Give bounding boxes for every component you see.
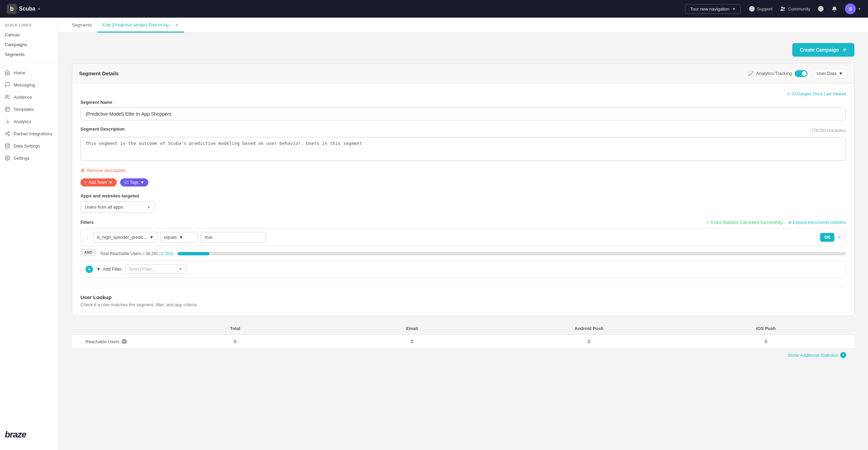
filter-value-input[interactable] bbox=[200, 232, 266, 242]
add-team-button[interactable]: + Add Team ▼ bbox=[80, 178, 117, 187]
content-area: Create Campaign ▼ Segment Details 📈 Anal… bbox=[58, 33, 868, 450]
filters-label: Filters bbox=[80, 220, 94, 225]
user-avatar-area[interactable]: S ▼ bbox=[845, 3, 861, 14]
sidebar-item-label: Templates bbox=[14, 107, 34, 112]
reachable-info-icon[interactable]: i bbox=[122, 339, 127, 344]
filter-operator-value: equals bbox=[164, 235, 177, 240]
and-badge: AND bbox=[80, 249, 96, 256]
delete-filter-icon[interactable]: ✕ bbox=[837, 234, 842, 240]
sidebar: QUICK LINKS Canvas Campaigns Segments Ho… bbox=[0, 18, 58, 450]
filters-header: Filters ✓ Exact Statistics Calculated Su… bbox=[80, 220, 846, 225]
main-content: Segments Edit (Predictive Model) Elite I… bbox=[58, 18, 868, 450]
globe-icon bbox=[818, 6, 824, 12]
sidebar-item-label: Data Settings bbox=[14, 143, 40, 149]
support-label: Support bbox=[757, 6, 773, 12]
chevron-down-icon: ▼ bbox=[732, 7, 736, 11]
sidebar-item-home[interactable]: Home bbox=[0, 66, 58, 79]
avatar-chevron-icon: ▼ bbox=[858, 7, 861, 11]
drag-handle-icon[interactable]: ⋮ bbox=[85, 234, 90, 240]
svg-point-14 bbox=[8, 131, 10, 133]
sidebar-item-label: Messaging bbox=[14, 82, 35, 87]
audience-icon bbox=[5, 94, 10, 100]
segment-details-card: Segment Details 📈 Analytics Tracking Use… bbox=[72, 63, 854, 316]
support-link[interactable]: Support bbox=[749, 6, 773, 12]
support-icon bbox=[749, 6, 755, 12]
segment-desc-label: Segment Description bbox=[80, 126, 125, 132]
brand-logo-area[interactable]: b Scuba ▼ bbox=[7, 4, 41, 14]
language-selector[interactable] bbox=[818, 6, 824, 12]
add-filter-text: Add Filter bbox=[103, 267, 122, 272]
stats-col-ios: iOS Push bbox=[678, 326, 854, 331]
or-button[interactable]: OR bbox=[820, 233, 834, 242]
reachable-users-progress bbox=[178, 252, 846, 255]
community-link[interactable]: Community bbox=[780, 6, 810, 12]
show-additional-stats-link[interactable]: Show Additional Statistics bbox=[788, 353, 838, 358]
segment-name-label: Segment Name bbox=[80, 100, 846, 105]
tab-close-icon[interactable]: ✕ bbox=[175, 23, 179, 27]
user-data-chevron-icon: ▼ bbox=[838, 71, 843, 76]
segment-description-field: Segment Description 176/250 characters T… bbox=[80, 126, 846, 162]
sidebar-item-settings[interactable]: Settings bbox=[0, 152, 58, 164]
remove-description-link[interactable]: 🗑 Remove description bbox=[80, 168, 846, 173]
stats-header-row: Total Email Android Push iOS Push bbox=[72, 322, 854, 335]
sidebar-item-partner-integrations[interactable]: Partner Integrations bbox=[0, 128, 58, 140]
exact-stats-link: ✓ Exact Statistics Calculated Successful… bbox=[706, 220, 782, 225]
sidebar-item-label: Home bbox=[14, 70, 25, 75]
tabs-bar: Segments Edit (Predictive Model) Elite I… bbox=[58, 18, 868, 33]
create-campaign-button[interactable]: Create Campaign ▼ bbox=[792, 43, 854, 57]
tag-icon: 🏷 bbox=[124, 180, 128, 185]
add-tags-button[interactable]: 🏷 Tags ▼ bbox=[120, 178, 148, 187]
row-android: 0 bbox=[501, 339, 678, 344]
stats-col-empty bbox=[72, 326, 147, 331]
filter-attr-chevron-icon: ▼ bbox=[149, 235, 154, 240]
top-nav-icons: Support Community S ▼ bbox=[749, 3, 861, 14]
tab-edit-segment[interactable]: Edit (Predictive Model) Elite In-Ap... ✕ bbox=[97, 18, 184, 33]
create-campaign-label: Create Campaign bbox=[800, 47, 839, 53]
community-label: Community bbox=[788, 6, 810, 12]
segment-desc-textarea[interactable]: This segment is the outcome of Scuba's p… bbox=[80, 137, 846, 161]
sidebar-quicklink-campaigns[interactable]: Campaigns bbox=[0, 40, 58, 50]
add-filter-label[interactable]: ▼ Add Filter bbox=[96, 267, 122, 272]
checkmark-icon: ✓ bbox=[706, 220, 709, 225]
segment-name-input[interactable] bbox=[80, 107, 846, 120]
tags-chevron-icon: ▼ bbox=[140, 180, 144, 185]
table-row: Reachable Users i 0 0 0 0 bbox=[72, 335, 854, 349]
stats-table: Total Email Android Push iOS Push Reacha… bbox=[72, 322, 854, 361]
expand-funnel-link[interactable]: ⊕ Expand extra funnel statistics bbox=[788, 220, 846, 225]
apps-chevron-icon: ▼ bbox=[147, 205, 151, 209]
top-actions: Create Campaign ▼ bbox=[72, 43, 854, 57]
sidebar-quicklink-segments[interactable]: Segments bbox=[0, 50, 58, 59]
user-data-dropdown[interactable]: User Data ▼ bbox=[812, 69, 847, 78]
filter-operator-dropdown[interactable]: equals ▼ bbox=[160, 232, 198, 242]
filters-links: ✓ Exact Statistics Calculated Successful… bbox=[706, 220, 846, 225]
sidebar-item-audience[interactable]: Audience bbox=[0, 91, 58, 103]
quick-links-label: QUICK LINKS bbox=[0, 18, 58, 30]
sidebar-quicklink-canvas[interactable]: Canvas bbox=[0, 30, 58, 40]
brand-chevron-icon: ▼ bbox=[37, 7, 41, 11]
apps-dropdown[interactable]: Users from all apps ▼ bbox=[80, 201, 155, 213]
brand-logo: b bbox=[7, 4, 17, 14]
sidebar-item-label: Analytics bbox=[14, 119, 31, 124]
trash-icon: 🗑 bbox=[80, 168, 85, 173]
bell-icon bbox=[831, 6, 837, 12]
select-filter-placeholder: Select Filter... bbox=[129, 267, 156, 272]
add-filter-plus-icon[interactable]: + bbox=[86, 266, 93, 273]
sidebar-item-data-settings[interactable]: Data Settings bbox=[0, 140, 58, 152]
top-nav: b Scuba ▼ Tour new navigation ▼ Support … bbox=[0, 0, 868, 18]
brand-name: Scuba bbox=[19, 6, 35, 12]
notifications-bell[interactable] bbox=[831, 6, 837, 12]
analytics-tracking-toggle[interactable] bbox=[795, 70, 808, 77]
sidebar-item-messaging[interactable]: Messaging bbox=[0, 79, 58, 91]
filter-attribute-dropdown[interactable]: is_high_spender_predic... ▼ bbox=[93, 232, 158, 242]
tour-navigation-button[interactable]: Tour new navigation ▼ bbox=[685, 4, 741, 14]
sidebar-item-analytics[interactable]: Analytics bbox=[0, 115, 58, 128]
team-chevron-icon: ▼ bbox=[109, 180, 113, 185]
changes-since-viewed[interactable]: ≡ 0 Changes Since Last Viewed bbox=[787, 92, 846, 96]
reachable-users-text: Total Reachable Users = 38,291 (4.76%) bbox=[100, 251, 173, 256]
tab-segments[interactable]: Segments bbox=[67, 18, 97, 33]
select-filter-dropdown[interactable]: Select Filter... ▼ bbox=[125, 264, 186, 274]
sidebar-item-templates[interactable]: Templates bbox=[0, 103, 58, 115]
braze-logo: braze bbox=[0, 423, 58, 443]
add-filter-row: + ▼ Add Filter Select Filter... ▼ bbox=[80, 260, 846, 278]
show-stats-plus-icon[interactable]: + bbox=[840, 352, 846, 358]
